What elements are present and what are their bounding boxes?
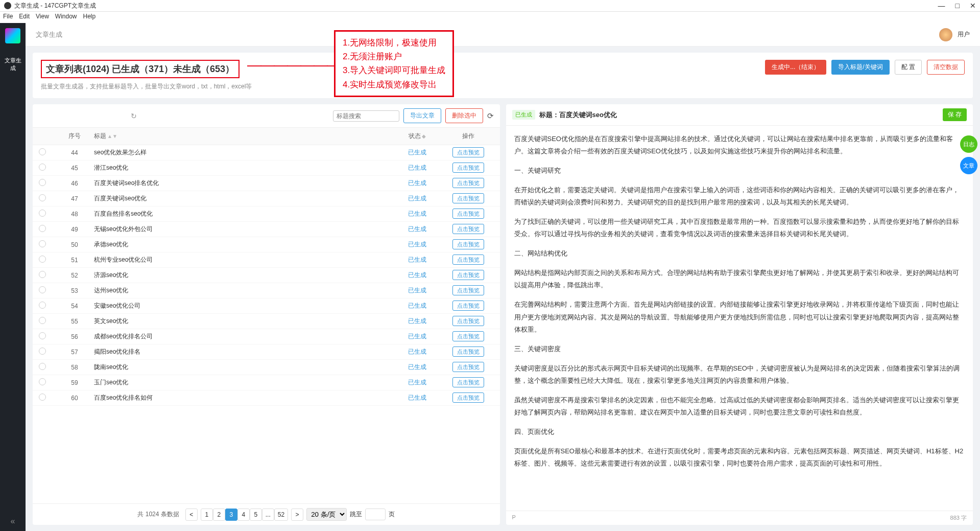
per-page-select[interactable]: 20 条/页 <box>306 508 347 521</box>
table-row[interactable]: 60 百度seo优化排名如何 已生成 点击预览 <box>33 390 500 406</box>
table-row[interactable]: 57 揭阳seo优化排名 已生成 点击预览 <box>33 344 500 360</box>
preview-button[interactable]: 点击预览 <box>452 163 484 173</box>
table-row[interactable]: 51 杭州专业seo优化公司 已生成 点击预览 <box>33 252 500 268</box>
save-button[interactable]: 保 存 <box>943 108 967 121</box>
menu-help[interactable]: Help <box>83 13 96 22</box>
sort-icon[interactable]: ▲▼ <box>107 133 117 139</box>
user-label: 用户 <box>958 30 970 39</box>
table-row[interactable]: 59 玉门seo优化 已生成 点击预览 <box>33 375 500 390</box>
menu-view[interactable]: View <box>36 13 49 22</box>
page-2[interactable]: 2 <box>213 509 225 521</box>
table-row[interactable]: 48 百度自然排名seo优化 已生成 点击预览 <box>33 206 500 222</box>
row-status: 已生成 <box>392 148 443 157</box>
row-checkbox[interactable] <box>39 363 46 370</box>
sidebar-item-article-gen[interactable]: 文章生成 <box>0 53 26 76</box>
delete-selected-button[interactable]: 删除选中 <box>445 108 483 123</box>
float-log-button[interactable]: 日志 <box>960 135 977 153</box>
page-4[interactable]: 4 <box>237 509 250 521</box>
row-title: 百度关键词seo优化 <box>90 194 392 203</box>
table-row[interactable]: 52 济源seo优化 已生成 点击预览 <box>33 268 500 283</box>
table-row[interactable]: 46 百度关键词seo排名优化 已生成 点击预览 <box>33 176 500 191</box>
app-icon <box>4 2 11 9</box>
article-paragraph: 网站结构是指网站内部页面之间的关系和布局方式。合理的网站结构有助于搜索引擎爬虫更… <box>514 267 965 291</box>
preview-button[interactable]: 点击预览 <box>452 178 484 188</box>
row-checkbox[interactable] <box>39 164 46 171</box>
row-title: 揭阳seo优化排名 <box>90 348 392 356</box>
row-checkbox[interactable] <box>39 348 46 355</box>
import-button[interactable]: 导入标题/关键词 <box>831 60 889 75</box>
table-row[interactable]: 50 承德seo优化 已生成 点击预览 <box>33 237 500 252</box>
menu-edit[interactable]: Edit <box>19 13 30 22</box>
row-checkbox[interactable] <box>39 378 46 385</box>
page-prev[interactable]: < <box>185 509 198 521</box>
maximize-button[interactable]: □ <box>955 2 960 10</box>
preview-button[interactable]: 点击预览 <box>452 362 484 372</box>
minimize-button[interactable]: — <box>938 2 945 10</box>
row-checkbox[interactable] <box>39 240 46 247</box>
float-article-button[interactable]: 文章 <box>960 157 977 174</box>
table-row[interactable]: 49 无锡seo优化外包公司 已生成 点击预览 <box>33 222 500 237</box>
generating-button[interactable]: 生成中...（结束） <box>765 60 826 75</box>
table-row[interactable]: 47 百度关键词seo优化 已生成 点击预览 <box>33 191 500 206</box>
preview-button[interactable]: 点击预览 <box>452 377 484 387</box>
page-...[interactable]: ... <box>262 509 274 521</box>
refresh-icon[interactable]: ⟳ <box>487 111 494 121</box>
article-paragraph: 虽然关键词密度不再是搜索引擎排名的决定因素，但也不能完全忽略。过高或过低的关键词… <box>514 394 965 419</box>
table-row[interactable]: 55 英文seo优化 已生成 点击预览 <box>33 314 500 329</box>
article-body[interactable]: 百度关键词SEO优化指的是在百度搜索引擎中提高网站排名的技术。通过优化关键词，可… <box>506 126 973 511</box>
preview-button[interactable]: 点击预览 <box>452 393 484 403</box>
table-row[interactable]: 58 陇南seo优化 已生成 点击预览 <box>33 360 500 375</box>
preview-button[interactable]: 点击预览 <box>452 285 484 295</box>
row-status: 已生成 <box>392 240 443 249</box>
row-checkbox[interactable] <box>39 286 46 293</box>
preview-button[interactable]: 点击预览 <box>452 331 484 341</box>
close-button[interactable]: ✕ <box>970 2 976 10</box>
sort-icon[interactable]: ◆ <box>422 133 426 139</box>
page-52[interactable]: 52 <box>274 509 288 521</box>
row-checkbox[interactable] <box>39 194 46 201</box>
row-checkbox[interactable] <box>39 271 46 278</box>
table-row[interactable]: 53 达州seo优化 已生成 点击预览 <box>33 283 500 298</box>
row-checkbox[interactable] <box>39 179 46 186</box>
export-button[interactable]: 导出文章 <box>403 108 441 123</box>
clear-button[interactable]: 清空数据 <box>927 60 965 75</box>
preview-button[interactable]: 点击预览 <box>452 270 484 280</box>
row-checkbox[interactable] <box>39 225 46 232</box>
row-checkbox[interactable] <box>39 256 46 263</box>
row-checkbox[interactable] <box>39 148 46 155</box>
preview-button[interactable]: 点击预览 <box>452 347 484 357</box>
jump-input[interactable] <box>365 509 386 520</box>
preview-button[interactable]: 点击预览 <box>452 147 484 157</box>
table-row[interactable]: 54 安徽seo优化公司 已生成 点击预览 <box>33 298 500 314</box>
row-checkbox[interactable] <box>39 317 46 324</box>
row-title: 百度关键词seo排名优化 <box>90 179 392 188</box>
preview-button[interactable]: 点击预览 <box>452 193 484 203</box>
config-button[interactable]: 配 置 <box>895 60 922 75</box>
row-num: 53 <box>59 287 90 294</box>
preview-button[interactable]: 点击预览 <box>452 316 484 326</box>
search-input[interactable] <box>333 110 399 122</box>
row-checkbox[interactable] <box>39 302 46 309</box>
preview-button[interactable]: 点击预览 <box>452 255 484 265</box>
page-1[interactable]: 1 <box>201 509 213 521</box>
preview-button[interactable]: 点击预览 <box>452 239 484 249</box>
row-checkbox[interactable] <box>39 210 46 217</box>
row-checkbox[interactable] <box>39 394 46 401</box>
page-5[interactable]: 5 <box>250 509 262 521</box>
table-row[interactable]: 45 潜江seo优化 已生成 点击预览 <box>33 160 500 176</box>
preview-button[interactable]: 点击预览 <box>452 301 484 311</box>
row-title: 无锡seo优化外包公司 <box>90 225 392 234</box>
preview-button[interactable]: 点击预览 <box>452 209 484 219</box>
avatar[interactable] <box>939 28 952 41</box>
menu-window[interactable]: Window <box>55 13 77 22</box>
row-checkbox[interactable] <box>39 332 46 339</box>
sidebar-collapse-button[interactable]: « <box>11 517 15 526</box>
preview-button[interactable]: 点击预览 <box>452 224 484 234</box>
col-num: 序号 <box>59 132 90 141</box>
table-row[interactable]: 56 成都seo优化排名公司 已生成 点击预览 <box>33 329 500 344</box>
page-3[interactable]: 3 <box>225 509 237 521</box>
page-next[interactable]: > <box>291 509 303 521</box>
menu-file[interactable]: File <box>3 13 13 22</box>
table-row[interactable]: 44 seo优化效果怎么样 已生成 点击预览 <box>33 145 500 160</box>
row-status: 已生成 <box>392 317 443 326</box>
